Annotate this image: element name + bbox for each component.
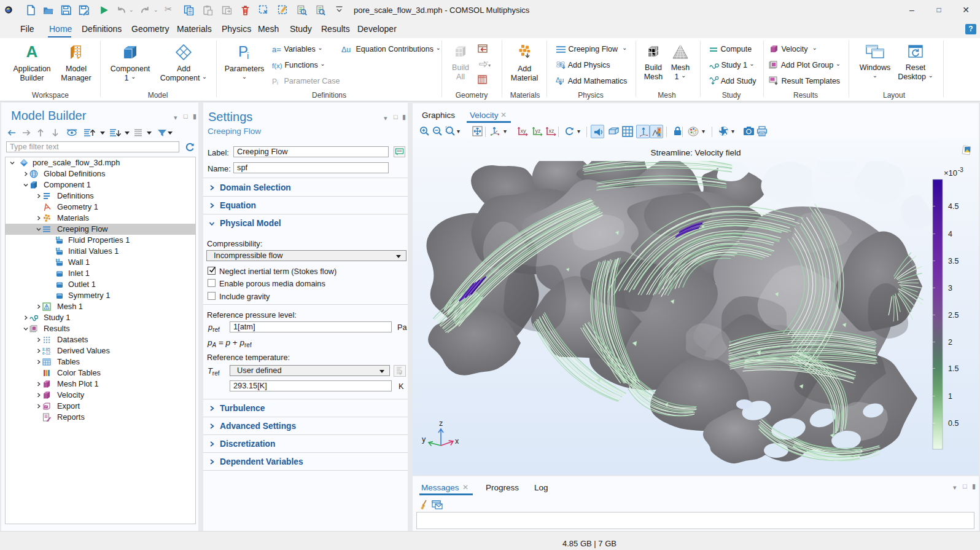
svg-text:1: 1 — [948, 392, 952, 401]
svg-text:A: A — [26, 44, 38, 60]
svg-text:D: D — [56, 258, 59, 262]
svg-text:-3: -3 — [958, 167, 963, 173]
svg-text:Δu: Δu — [341, 45, 351, 53]
svg-text:f(x): f(x) — [272, 62, 282, 69]
svg-text:1.5: 1.5 — [948, 364, 959, 373]
svg-text:i: i — [247, 50, 249, 60]
svg-text:e-12: e-12 — [42, 351, 50, 355]
svg-text:xz: xz — [549, 128, 555, 134]
svg-text:4.5: 4.5 — [948, 202, 959, 211]
svg-text:4: 4 — [948, 230, 952, 238]
svg-text:x: x — [455, 437, 459, 446]
svg-text:xy: xy — [521, 128, 527, 134]
svg-text:Pᵢ: Pᵢ — [272, 77, 278, 85]
svg-text:D: D — [56, 247, 59, 251]
svg-text:▾: ▾ — [488, 63, 491, 68]
svg-text:z: z — [439, 419, 443, 428]
svg-text:3: 3 — [948, 284, 952, 293]
svg-text:3.5: 3.5 — [948, 257, 959, 265]
svg-text:2.5: 2.5 — [948, 311, 959, 320]
svg-text:Streamline: Velocity field: Streamline: Velocity field — [650, 148, 741, 157]
svg-text:2: 2 — [948, 338, 952, 347]
svg-text:0.5: 0.5 — [948, 419, 959, 428]
svg-text:y: y — [422, 435, 426, 444]
svg-text:D: D — [56, 236, 59, 240]
svg-text:×10: ×10 — [944, 168, 957, 178]
svg-text:Δu: Δu — [556, 76, 564, 84]
svg-text:yz: yz — [535, 128, 542, 134]
svg-text:a=: a= — [272, 45, 281, 53]
